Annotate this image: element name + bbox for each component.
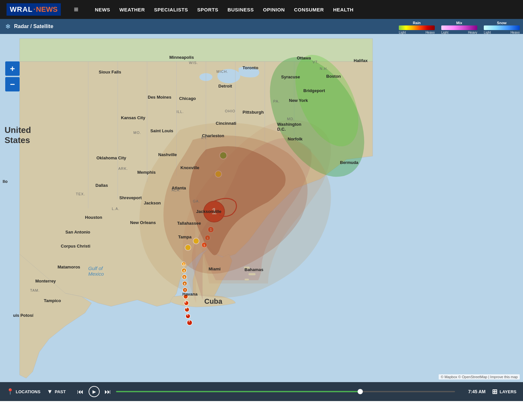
svg-rect-37 [248, 273, 256, 275]
locations-button[interactable]: 📍 LOCATIONS [7, 388, 41, 395]
legend-mix-heavy: Heavy [468, 31, 477, 34]
legend-snow-bar [484, 25, 520, 30]
nav-business[interactable]: BUSINESS [228, 7, 254, 12]
svg-rect-38 [245, 279, 249, 281]
legend-rain-bar [399, 25, 435, 30]
timeline-progress [116, 391, 360, 392]
map-svg: 1 1 1 1 7 6 5 4 3 3 3 3 [0, 19, 523, 401]
svg-point-1 [217, 69, 240, 83]
svg-text:2: 2 [187, 313, 188, 316]
nav-specialists[interactable]: SPECIALISTS [154, 7, 188, 12]
legend-rain-light: Light [399, 31, 406, 34]
location-pin-icon: 📍 [7, 388, 14, 395]
skip-forward-button[interactable]: ⏭ [103, 387, 113, 396]
map-container[interactable]: ❄ Radar / Satellite Rain Light Heavy Mix… [0, 19, 523, 401]
zoom-out-button[interactable]: − [5, 77, 20, 91]
svg-text:2: 2 [188, 319, 190, 323]
legend-snow-label: Snow [497, 21, 506, 25]
layers-label: LAYERS [499, 389, 516, 394]
nav-weather[interactable]: WEATHER [119, 7, 145, 12]
legend-mix-light: Light [441, 31, 448, 34]
legend-snow: Snow Light Heavy [484, 21, 520, 34]
legend: Rain Light Heavy Mix Light Heavy Snow [399, 21, 520, 34]
nav-sports[interactable]: SPORTS [197, 7, 218, 12]
timeline-track[interactable] [116, 391, 455, 392]
past-label: PAST [55, 389, 66, 394]
nav-opinion[interactable]: OPINION [263, 7, 285, 12]
zoom-in-button[interactable]: + [5, 61, 20, 76]
locations-label: LOCATIONS [16, 389, 41, 394]
legend-rain-label: Rain [413, 21, 421, 25]
play-button[interactable]: ▶ [89, 386, 100, 397]
past-triangle-icon: ▼ [47, 388, 53, 395]
radar-snowflake-icon: ❄ [5, 23, 11, 30]
nav-consumer[interactable]: CONSUMER [294, 7, 324, 12]
timeline-thumb[interactable] [358, 389, 363, 394]
svg-text:3: 3 [183, 263, 184, 266]
map-header: ❄ Radar / Satellite Rain Light Heavy Mix… [0, 19, 523, 34]
legend-mix-label: Mix [456, 21, 462, 25]
legend-snow-heavy: Heavy [511, 31, 520, 34]
nav-links: NEWS WEATHER SPECIALISTS SPORTS BUSINESS… [95, 7, 354, 12]
svg-text:3: 3 [184, 300, 186, 304]
legend-mix: Mix Light Heavy [441, 21, 477, 34]
svg-text:7: 7 [184, 289, 186, 292]
layers-button[interactable]: ⊞ LAYERS [492, 388, 516, 396]
layers-stack-icon: ⊞ [492, 388, 498, 396]
svg-rect-36 [244, 267, 250, 269]
logo[interactable]: WRAL · NEWS [7, 3, 61, 16]
navbar: WRAL · NEWS ≡ NEWS WEATHER SPECIALISTS S… [0, 0, 523, 19]
united-states-label: UnitedStates [5, 125, 31, 145]
time-display: 7:45 AM [468, 389, 485, 394]
attribution[interactable]: © Mapbox © OpenStreetMap | Improve this … [439, 374, 520, 380]
logo-wral: WRAL [10, 5, 33, 14]
svg-text:6: 6 [184, 282, 185, 285]
past-button[interactable]: ▼ PAST [47, 388, 66, 395]
hamburger-menu[interactable]: ≡ [74, 5, 78, 14]
svg-text:3: 3 [182, 293, 184, 297]
legend-rain-heavy: Heavy [426, 31, 435, 34]
logo-news: NEWS [36, 5, 58, 14]
svg-text:4: 4 [183, 269, 185, 272]
radar-title: Radar / Satellite [14, 24, 53, 29]
svg-text:5: 5 [183, 276, 185, 279]
legend-rain: Rain Light Heavy [399, 21, 435, 34]
nav-news[interactable]: NEWS [95, 7, 110, 12]
timeline-container: ⏮ ▶ ⏭ [72, 386, 458, 397]
bottom-bar: 📍 LOCATIONS ▼ PAST ⏮ ▶ ⏭ 7:45 AM ⊞ LAYER… [0, 382, 523, 401]
svg-text:3: 3 [185, 306, 187, 310]
logo-dot: · [33, 5, 35, 14]
legend-snow-light: Light [484, 31, 491, 34]
skip-back-button[interactable]: ⏮ [76, 387, 85, 396]
zoom-controls: + − [5, 61, 20, 91]
legend-mix-bar [441, 25, 477, 30]
nav-health[interactable]: HEALTH [333, 7, 354, 12]
